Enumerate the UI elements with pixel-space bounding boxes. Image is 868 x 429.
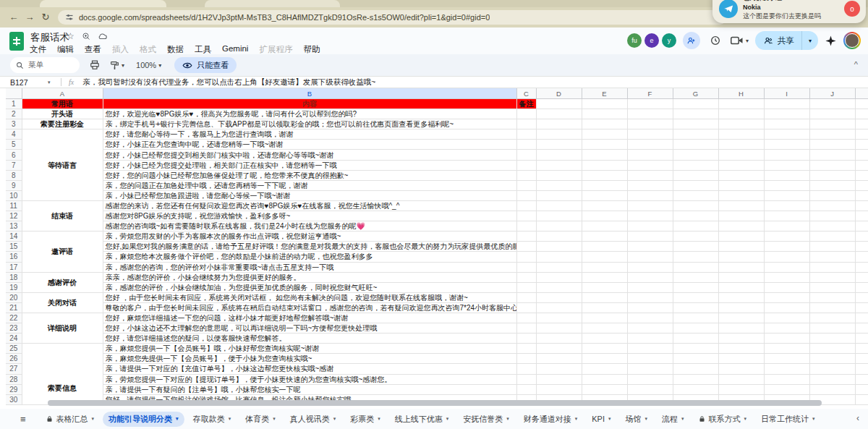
grid-cell[interactable]: 亲，请提供一下对应的【充值订单号】，小妹这边帮您更快核实哦~感谢 <box>103 364 516 374</box>
column-header-D[interactable]: D <box>536 88 582 99</box>
back-icon[interactable]: ← <box>6 7 22 27</box>
grid-cell[interactable]: 尊敬的客户，由于您长时间未回应，系统将在稍后自动结束对话窗口，感谢您的咨询，若有… <box>103 302 516 313</box>
column-header-H[interactable]: H <box>718 88 764 99</box>
category-cell[interactable]: 结束语 <box>22 200 103 231</box>
menu-帮助[interactable]: 帮助 <box>303 44 320 55</box>
grid-cell[interactable] <box>582 129 627 140</box>
grid-cell[interactable] <box>855 99 868 109</box>
grid-cell[interactable]: 您好，小妹已经帮您提交到相关部门核实中啦，还请您耐心等等哦~谢谢 <box>103 150 516 160</box>
grid-cell[interactable]: 亲，您的问题正在加急处理中哦，还请您再稍等一下下呢，谢谢 <box>103 180 516 190</box>
grid-cell[interactable] <box>673 180 718 190</box>
row-header[interactable]: 9 <box>6 180 22 190</box>
sheet-tab-场馆[interactable]: 场馆▾ <box>619 412 653 427</box>
grid-cell[interactable] <box>673 129 718 140</box>
grid-cell[interactable] <box>718 292 764 302</box>
grid-cell[interactable] <box>516 180 536 190</box>
grid-cell[interactable] <box>764 252 809 262</box>
grid-cell[interactable] <box>718 252 764 262</box>
grid-cell[interactable] <box>516 170 536 180</box>
chevron-down-icon[interactable]: ▾ <box>644 416 647 422</box>
star-icon[interactable]: ☆ <box>67 31 75 41</box>
grid-cell[interactable] <box>855 200 868 211</box>
grid-cell[interactable] <box>627 344 673 354</box>
row-header[interactable]: 2 <box>6 109 22 119</box>
row-header[interactable]: 1 <box>6 99 22 109</box>
grid-cell[interactable] <box>582 221 627 232</box>
grid-cell[interactable] <box>627 302 673 313</box>
grid-cell[interactable] <box>516 150 536 160</box>
grid-cell[interactable] <box>536 323 582 334</box>
grid-cell[interactable] <box>582 282 627 292</box>
grid-cell[interactable] <box>627 323 673 334</box>
grid-cell[interactable] <box>516 232 536 242</box>
grid-cell[interactable] <box>764 344 809 354</box>
grid-cell[interactable] <box>809 180 855 190</box>
sheet-tab-功能引导说明分类[interactable]: 功能引导说明分类▾ <box>103 412 184 427</box>
grid-cell[interactable] <box>764 211 809 221</box>
url-bar[interactable]: docs.google.com/spreadsheets/d/1H2VJp3pt… <box>58 10 727 25</box>
menu-格式[interactable]: 格式 <box>140 44 156 55</box>
chevron-down-icon[interactable]: ▾ <box>273 416 276 422</box>
grid-cell[interactable] <box>855 211 868 221</box>
grid-cell[interactable] <box>627 109 673 119</box>
chevron-down-icon[interactable]: ▾ <box>176 416 179 422</box>
grid-cell[interactable] <box>809 323 855 334</box>
grid-cell[interactable] <box>536 292 582 302</box>
grid-cell[interactable] <box>809 252 855 262</box>
grid-cell[interactable] <box>764 302 809 313</box>
grid-cell[interactable] <box>516 160 536 170</box>
grid-cell[interactable] <box>718 190 764 200</box>
column-header-A[interactable]: A <box>22 88 103 99</box>
row-header[interactable]: 24 <box>6 334 22 344</box>
grid-cell[interactable] <box>718 354 764 364</box>
grid-cell[interactable] <box>627 292 673 302</box>
grid-cell[interactable] <box>627 384 673 394</box>
forward-icon[interactable]: → <box>22 7 38 27</box>
chevron-down-icon[interactable]: ▾ <box>333 416 336 422</box>
grid-cell[interactable] <box>718 200 764 211</box>
grid-cell[interactable] <box>536 109 582 119</box>
grid-cell[interactable] <box>627 129 673 140</box>
grid-cell[interactable] <box>764 129 809 140</box>
grid-cell[interactable] <box>809 302 855 313</box>
grid-cell[interactable] <box>809 211 855 221</box>
tab-scroll-left-icon[interactable]: ‹ <box>856 413 859 423</box>
grid-cell[interactable] <box>516 119 536 129</box>
grid-cell[interactable] <box>536 313 582 323</box>
grid-cell[interactable] <box>764 232 809 242</box>
grid-cell[interactable] <box>627 119 673 129</box>
grid-cell[interactable] <box>627 200 673 211</box>
grid-cell[interactable] <box>764 221 809 232</box>
row-header[interactable]: 20 <box>6 292 22 302</box>
row-header[interactable]: 4 <box>6 129 22 140</box>
name-box-dropdown-icon[interactable]: ▾ <box>48 80 61 85</box>
grid-cell[interactable] <box>516 221 536 232</box>
grid-cell[interactable] <box>855 282 868 292</box>
grid-cell[interactable] <box>764 292 809 302</box>
column-header[interactable] <box>855 88 868 99</box>
sheet-tab-KPI[interactable]: KPI▾ <box>586 412 616 425</box>
grid-cell[interactable] <box>855 119 868 129</box>
browser-tab[interactable] <box>40 0 166 7</box>
collapse-toolbar-icon[interactable]: ^ <box>854 60 858 69</box>
grid-cell[interactable]: 感谢您的来访，若您还有任何疑问欢迎您再次咨询♥8PG娱乐♥在线客服，祝您生活愉快… <box>103 200 516 211</box>
row-header[interactable]: 26 <box>6 354 22 364</box>
formula-input[interactable]: 亲，我司暂时没有没有代理业务，您可以点击右上角【好友邀请】发展下级获得收益哦~ <box>82 77 375 88</box>
grid-cell[interactable] <box>582 242 627 252</box>
category-cell[interactable]: 开头语 <box>22 109 103 119</box>
grid-cell[interactable] <box>809 170 855 180</box>
grid-cell[interactable] <box>718 323 764 334</box>
menu-扩展程序[interactable]: 扩展程序 <box>259 44 292 55</box>
menu-文件[interactable]: 文件 <box>30 44 46 55</box>
grid-cell[interactable] <box>627 160 673 170</box>
grid-cell[interactable] <box>627 232 673 242</box>
grid-cell[interactable] <box>516 129 536 140</box>
grid-cell[interactable] <box>809 364 855 374</box>
document-title[interactable]: 客服话术 <box>30 31 69 44</box>
grid-cell[interactable] <box>718 180 764 190</box>
sheet-tab-联系方式[interactable]: 联系方式▾ <box>693 412 753 427</box>
grid-cell[interactable] <box>764 323 809 334</box>
grid-cell[interactable] <box>673 150 718 160</box>
grid-cell[interactable] <box>855 302 868 313</box>
row-header[interactable]: 23 <box>6 323 22 334</box>
